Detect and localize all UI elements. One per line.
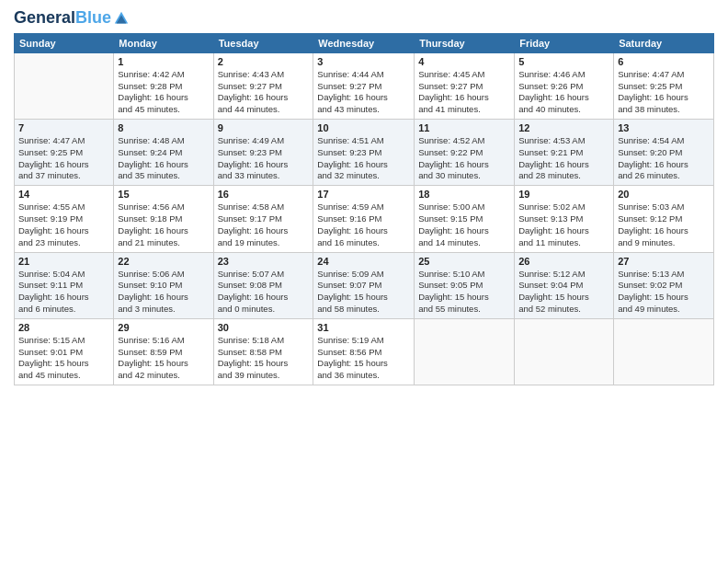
day-info: Sunrise: 5:16 AM Sunset: 8:59 PM Dayligh… — [118, 335, 209, 382]
calendar-cell: 11Sunrise: 4:52 AM Sunset: 9:22 PM Dayli… — [415, 120, 515, 186]
day-number: 19 — [518, 189, 609, 200]
calendar-cell: 20Sunrise: 5:03 AM Sunset: 9:12 PM Dayli… — [614, 186, 714, 252]
day-number: 31 — [317, 322, 410, 333]
header-day-friday: Friday — [515, 33, 614, 52]
day-info: Sunrise: 5:02 AM Sunset: 9:13 PM Dayligh… — [518, 201, 609, 248]
day-number: 23 — [218, 256, 310, 267]
day-number: 24 — [317, 256, 410, 267]
day-number: 9 — [218, 122, 310, 133]
calendar-week-row: 1Sunrise: 4:42 AM Sunset: 9:28 PM Daylig… — [15, 52, 714, 119]
day-info: Sunrise: 5:10 AM Sunset: 9:05 PM Dayligh… — [418, 269, 510, 316]
calendar-week-row: 28Sunrise: 5:15 AM Sunset: 9:01 PM Dayli… — [15, 318, 714, 385]
day-number: 13 — [618, 122, 710, 133]
calendar-cell: 25Sunrise: 5:10 AM Sunset: 9:05 PM Dayli… — [415, 252, 515, 318]
calendar-cell: 1Sunrise: 4:42 AM Sunset: 9:28 PM Daylig… — [114, 52, 213, 119]
calendar-cell: 13Sunrise: 4:54 AM Sunset: 9:20 PM Dayli… — [614, 120, 714, 186]
calendar-cell: 6Sunrise: 4:47 AM Sunset: 9:25 PM Daylig… — [614, 52, 714, 119]
header: GeneralBlue — [14, 9, 714, 28]
header-day-wednesday: Wednesday — [313, 33, 415, 52]
day-info: Sunrise: 4:51 AM Sunset: 9:23 PM Dayligh… — [317, 135, 410, 182]
header-day-thursday: Thursday — [415, 33, 515, 52]
calendar-cell: 18Sunrise: 5:00 AM Sunset: 9:15 PM Dayli… — [415, 186, 515, 252]
calendar-cell — [614, 318, 714, 385]
day-info: Sunrise: 4:43 AM Sunset: 9:27 PM Dayligh… — [218, 69, 310, 116]
calendar-cell: 5Sunrise: 4:46 AM Sunset: 9:26 PM Daylig… — [515, 52, 614, 119]
day-info: Sunrise: 5:18 AM Sunset: 8:58 PM Dayligh… — [218, 335, 310, 382]
day-number: 22 — [118, 256, 209, 267]
day-info: Sunrise: 5:06 AM Sunset: 9:10 PM Dayligh… — [118, 269, 209, 316]
calendar-cell: 29Sunrise: 5:16 AM Sunset: 8:59 PM Dayli… — [114, 318, 213, 385]
logo-icon — [113, 10, 130, 27]
header-day-tuesday: Tuesday — [213, 33, 313, 52]
day-number: 28 — [18, 322, 109, 333]
day-info: Sunrise: 5:04 AM Sunset: 9:11 PM Dayligh… — [18, 269, 109, 316]
calendar-cell: 8Sunrise: 4:48 AM Sunset: 9:24 PM Daylig… — [114, 120, 213, 186]
day-info: Sunrise: 4:46 AM Sunset: 9:26 PM Dayligh… — [518, 69, 609, 116]
day-info: Sunrise: 5:03 AM Sunset: 9:12 PM Dayligh… — [618, 201, 710, 248]
calendar-cell: 14Sunrise: 4:55 AM Sunset: 9:19 PM Dayli… — [15, 186, 114, 252]
day-number: 5 — [518, 56, 609, 67]
day-number: 15 — [118, 189, 209, 200]
day-info: Sunrise: 5:13 AM Sunset: 9:02 PM Dayligh… — [618, 269, 710, 316]
day-info: Sunrise: 4:52 AM Sunset: 9:22 PM Dayligh… — [418, 135, 510, 182]
header-day-saturday: Saturday — [614, 33, 714, 52]
calendar-cell: 31Sunrise: 5:19 AM Sunset: 8:56 PM Dayli… — [313, 318, 415, 385]
calendar-cell: 22Sunrise: 5:06 AM Sunset: 9:10 PM Dayli… — [114, 252, 213, 318]
header-day-sunday: Sunday — [15, 33, 114, 52]
calendar-cell: 26Sunrise: 5:12 AM Sunset: 9:04 PM Dayli… — [515, 252, 614, 318]
day-info: Sunrise: 4:59 AM Sunset: 9:16 PM Dayligh… — [317, 201, 410, 248]
day-number: 21 — [18, 256, 109, 267]
calendar-cell: 9Sunrise: 4:49 AM Sunset: 9:23 PM Daylig… — [213, 120, 313, 186]
calendar-week-row: 7Sunrise: 4:47 AM Sunset: 9:25 PM Daylig… — [15, 120, 714, 186]
calendar-cell — [415, 318, 515, 385]
day-info: Sunrise: 5:15 AM Sunset: 9:01 PM Dayligh… — [18, 335, 109, 382]
day-info: Sunrise: 4:49 AM Sunset: 9:23 PM Dayligh… — [218, 135, 310, 182]
calendar-cell: 10Sunrise: 4:51 AM Sunset: 9:23 PM Dayli… — [313, 120, 415, 186]
calendar-cell: 23Sunrise: 5:07 AM Sunset: 9:08 PM Dayli… — [213, 252, 313, 318]
logo: GeneralBlue — [14, 9, 130, 28]
day-info: Sunrise: 4:56 AM Sunset: 9:18 PM Dayligh… — [118, 201, 209, 248]
calendar-cell: 21Sunrise: 5:04 AM Sunset: 9:11 PM Dayli… — [15, 252, 114, 318]
day-number: 14 — [18, 189, 109, 200]
day-info: Sunrise: 4:55 AM Sunset: 9:19 PM Dayligh… — [18, 201, 109, 248]
day-info: Sunrise: 4:48 AM Sunset: 9:24 PM Dayligh… — [118, 135, 209, 182]
day-number: 3 — [317, 56, 410, 67]
day-info: Sunrise: 4:45 AM Sunset: 9:27 PM Dayligh… — [418, 69, 510, 116]
calendar-cell: 2Sunrise: 4:43 AM Sunset: 9:27 PM Daylig… — [213, 52, 313, 119]
day-number: 17 — [317, 189, 410, 200]
day-number: 6 — [618, 56, 710, 67]
calendar-week-row: 21Sunrise: 5:04 AM Sunset: 9:11 PM Dayli… — [15, 252, 714, 318]
day-info: Sunrise: 5:09 AM Sunset: 9:07 PM Dayligh… — [317, 269, 410, 316]
header-day-monday: Monday — [114, 33, 213, 52]
calendar-table: SundayMondayTuesdayWednesdayThursdayFrid… — [14, 33, 714, 385]
calendar-cell — [15, 52, 114, 119]
day-info: Sunrise: 4:54 AM Sunset: 9:20 PM Dayligh… — [618, 135, 710, 182]
calendar-cell: 28Sunrise: 5:15 AM Sunset: 9:01 PM Dayli… — [15, 318, 114, 385]
calendar-cell: 17Sunrise: 4:59 AM Sunset: 9:16 PM Dayli… — [313, 186, 415, 252]
day-number: 16 — [218, 189, 310, 200]
day-info: Sunrise: 4:42 AM Sunset: 9:28 PM Dayligh… — [118, 69, 209, 116]
day-info: Sunrise: 4:44 AM Sunset: 9:27 PM Dayligh… — [317, 69, 410, 116]
day-info: Sunrise: 4:47 AM Sunset: 9:25 PM Dayligh… — [18, 135, 109, 182]
day-info: Sunrise: 5:12 AM Sunset: 9:04 PM Dayligh… — [518, 269, 609, 316]
day-info: Sunrise: 4:53 AM Sunset: 9:21 PM Dayligh… — [518, 135, 609, 182]
day-number: 27 — [618, 256, 710, 267]
day-number: 18 — [418, 189, 510, 200]
day-number: 11 — [418, 122, 510, 133]
day-number: 12 — [518, 122, 609, 133]
day-number: 4 — [418, 56, 510, 67]
calendar-week-row: 14Sunrise: 4:55 AM Sunset: 9:19 PM Dayli… — [15, 186, 714, 252]
logo-text: GeneralBlue — [14, 9, 111, 28]
calendar-cell: 4Sunrise: 4:45 AM Sunset: 9:27 PM Daylig… — [415, 52, 515, 119]
day-info: Sunrise: 5:19 AM Sunset: 8:56 PM Dayligh… — [317, 335, 410, 382]
day-number: 26 — [518, 256, 609, 267]
calendar-cell: 19Sunrise: 5:02 AM Sunset: 9:13 PM Dayli… — [515, 186, 614, 252]
calendar-cell: 7Sunrise: 4:47 AM Sunset: 9:25 PM Daylig… — [15, 120, 114, 186]
day-number: 20 — [618, 189, 710, 200]
day-number: 8 — [118, 122, 209, 133]
day-number: 29 — [118, 322, 209, 333]
calendar-cell: 30Sunrise: 5:18 AM Sunset: 8:58 PM Dayli… — [213, 318, 313, 385]
day-number: 7 — [18, 122, 109, 133]
day-info: Sunrise: 5:07 AM Sunset: 9:08 PM Dayligh… — [218, 269, 310, 316]
calendar-cell: 24Sunrise: 5:09 AM Sunset: 9:07 PM Dayli… — [313, 252, 415, 318]
